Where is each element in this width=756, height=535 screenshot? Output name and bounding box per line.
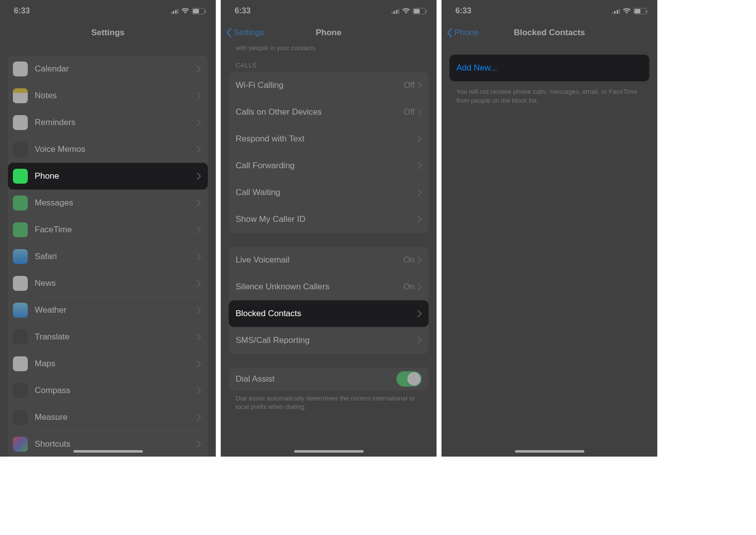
phone-settings-list[interactable]: with people in your contacts. CALLS Wi-F… [221, 44, 437, 457]
phone-row-show-my-caller-id[interactable]: Show My Caller ID [229, 206, 429, 233]
settings-row-weather[interactable]: Weather [8, 297, 208, 324]
row-label: Call Waiting [236, 188, 418, 198]
chevron-right-icon [418, 337, 422, 344]
row-value: On [403, 282, 415, 292]
chevron-right-icon [418, 283, 422, 290]
row-label: SMS/Call Reporting [236, 335, 418, 345]
row-label: Silence Unknown Callers [236, 282, 403, 292]
chevron-right-icon [197, 253, 201, 260]
status-right: 48 [391, 8, 426, 14]
settings-row-label: Translate [35, 332, 197, 342]
chevron-right-icon [197, 387, 201, 394]
home-indicator[interactable] [294, 450, 364, 453]
wifi-icon [181, 8, 189, 14]
status-time: 6:33 [455, 6, 471, 15]
chevron-left-icon [446, 28, 453, 38]
chevron-right-icon [197, 66, 201, 72]
screen-phone-settings: 6:33 48 Settings Phone with people in yo… [221, 0, 437, 457]
chevron-right-icon [197, 226, 201, 233]
settings-row-maps[interactable]: Maps [8, 350, 208, 377]
settings-row-safari[interactable]: Safari [8, 243, 208, 270]
maps-icon [13, 356, 28, 371]
settings-row-facetime[interactable]: FaceTime [8, 216, 208, 243]
chevron-left-icon [226, 28, 233, 38]
chevron-right-icon [197, 146, 201, 153]
phone-row-sms-call-reporting[interactable]: SMS/Call Reporting [229, 327, 429, 354]
settings-row-label: Safari [35, 252, 197, 262]
shortcuts-icon [13, 437, 28, 452]
screen-settings: 6:33 48 Settings CalendarNotesRemindersV… [0, 0, 216, 457]
phone-row-blocked-contacts[interactable]: Blocked Contacts [229, 300, 429, 327]
chevron-right-icon [197, 92, 201, 99]
chevron-right-icon [197, 200, 201, 206]
dial-assist-label: Dial Assist [236, 374, 396, 384]
weather-icon [13, 303, 28, 318]
settings-row-voicememos[interactable]: Voice Memos [8, 136, 208, 163]
phone-row-respond-with-text[interactable]: Respond with Text [229, 126, 429, 152]
battery-icon: 48 [633, 8, 646, 14]
status-right: 48 [171, 8, 205, 14]
measure-icon [13, 410, 28, 425]
row-label: Respond with Text [236, 134, 418, 144]
settings-list[interactable]: CalendarNotesRemindersVoice MemosPhoneMe… [0, 44, 216, 457]
status-bar: 6:33 48 [441, 0, 657, 22]
settings-row-label: Calendar [35, 64, 197, 74]
home-indicator[interactable] [73, 450, 143, 453]
wifi-icon [402, 8, 410, 14]
facetime-icon [13, 222, 28, 237]
chevron-right-icon [197, 414, 201, 421]
safari-icon [13, 249, 28, 264]
chevron-right-icon [418, 310, 422, 317]
home-indicator[interactable] [515, 450, 584, 453]
add-new-button[interactable]: Add New... [449, 55, 649, 81]
dial-assist-toggle[interactable] [396, 371, 422, 387]
settings-row-label: Notes [35, 91, 197, 101]
phone-row-wi-fi-calling[interactable]: Wi-Fi CallingOff [229, 72, 429, 99]
back-button[interactable]: Phone [446, 22, 479, 44]
status-time: 6:33 [235, 6, 251, 15]
news-icon [13, 276, 28, 291]
messages-icon [13, 196, 28, 210]
row-value: On [403, 255, 415, 265]
settings-row-shortcuts[interactable]: Shortcuts [8, 431, 208, 457]
dial-assist-row[interactable]: Dial Assist [229, 368, 429, 391]
chevron-right-icon [418, 189, 422, 196]
chevron-right-icon [197, 441, 201, 448]
notes-icon [13, 88, 28, 103]
battery-icon: 48 [413, 8, 426, 14]
dial-assist-footer: Dial assist automatically determines the… [229, 391, 429, 411]
page-title: Settings [91, 28, 125, 38]
voicememos-icon [13, 142, 28, 157]
settings-row-measure[interactable]: Measure [8, 404, 208, 431]
settings-row-news[interactable]: News [8, 270, 208, 297]
settings-row-messages[interactable]: Messages [8, 190, 208, 216]
settings-row-label: Voice Memos [35, 144, 197, 154]
settings-row-compass[interactable]: Compass [8, 377, 208, 404]
phone-row-call-forwarding[interactable]: Call Forwarding [229, 152, 429, 179]
row-label: Live Voicemail [236, 255, 403, 265]
back-button[interactable]: Settings [226, 22, 264, 44]
phone-row-calls-on-other-devices[interactable]: Calls on Other DevicesOff [229, 99, 429, 126]
page-title: Phone [316, 28, 342, 38]
translate-icon [13, 330, 28, 344]
row-value: Off [404, 80, 415, 90]
settings-row-label: Compass [35, 386, 197, 396]
phone-row-silence-unknown-callers[interactable]: Silence Unknown CallersOn [229, 273, 429, 300]
settings-row-reminders[interactable]: Reminders [8, 109, 208, 136]
blocked-contacts-content[interactable]: Add New... You will not receive phone ca… [441, 44, 657, 457]
chevron-right-icon [197, 280, 201, 287]
settings-row-calendar[interactable]: Calendar [8, 56, 208, 82]
chevron-right-icon [418, 82, 422, 89]
status-bar: 6:33 48 [0, 0, 216, 22]
settings-row-notes[interactable]: Notes [8, 82, 208, 109]
signal-icon [391, 8, 400, 14]
nav-bar: Phone Blocked Contacts [441, 22, 657, 44]
phone-row-live-voicemail[interactable]: Live VoicemailOn [229, 247, 429, 273]
settings-row-phone[interactable]: Phone [8, 163, 208, 190]
settings-row-translate[interactable]: Translate [8, 324, 208, 350]
chevron-right-icon [418, 135, 422, 142]
phone-row-call-waiting[interactable]: Call Waiting [229, 179, 429, 206]
chevron-right-icon [418, 109, 422, 116]
compass-icon [13, 383, 28, 398]
row-label: Wi-Fi Calling [236, 80, 404, 90]
